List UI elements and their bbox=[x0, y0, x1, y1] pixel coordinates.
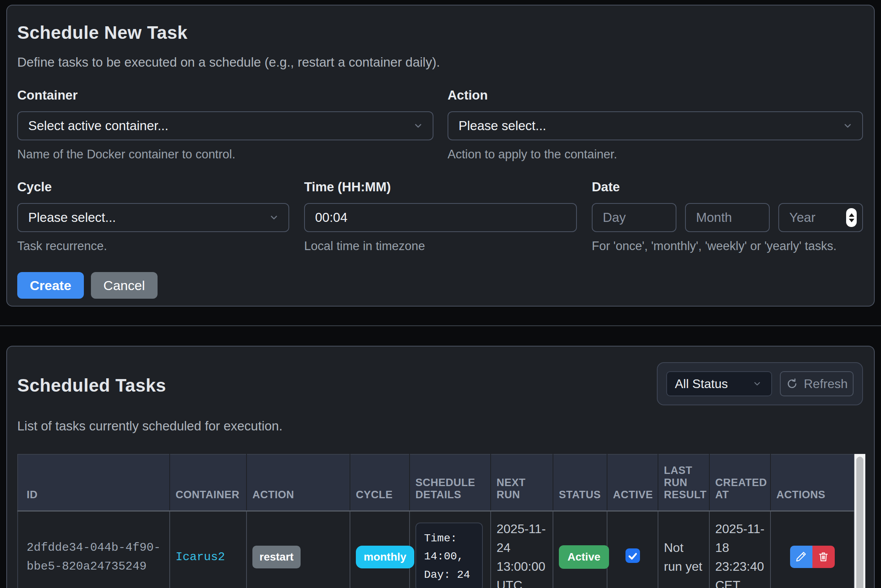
cycle-badge: monthly bbox=[356, 546, 414, 568]
form-description: Define tasks to be executed on a schedul… bbox=[17, 55, 863, 70]
action-label: Action bbox=[448, 88, 863, 103]
cycle-select[interactable]: Please select... bbox=[17, 203, 289, 232]
create-button[interactable]: Create bbox=[17, 272, 84, 299]
date-label: Date bbox=[592, 180, 863, 194]
number-stepper[interactable] bbox=[846, 208, 857, 227]
action-select-value: Please select... bbox=[459, 118, 546, 133]
cycle-label: Cycle bbox=[17, 180, 289, 194]
chevron-down-icon bbox=[752, 379, 762, 388]
task-active-cell bbox=[607, 511, 658, 588]
section-divider bbox=[0, 325, 881, 326]
task-action-cell: restart bbox=[247, 511, 350, 588]
task-next-run: 2025-11-24 13:00:00 UTC bbox=[491, 511, 553, 588]
col-header-action: ACTION bbox=[247, 454, 350, 511]
table-row: 2dfdde34-044b-4f90-bbe5-820a24735249 Ica… bbox=[18, 511, 854, 588]
edit-task-button[interactable] bbox=[790, 546, 812, 568]
col-header-id: ID bbox=[18, 454, 170, 511]
cancel-button[interactable]: Cancel bbox=[91, 272, 158, 299]
day-placeholder: Day bbox=[603, 210, 626, 225]
stepper-up-icon bbox=[849, 213, 854, 217]
active-checkbox[interactable] bbox=[625, 548, 640, 563]
day-input[interactable]: Day bbox=[592, 203, 676, 232]
action-badge: restart bbox=[252, 546, 301, 568]
container-label: Container bbox=[17, 88, 433, 103]
container-help: Name of the Docker container to control. bbox=[17, 147, 433, 162]
year-input[interactable]: Year bbox=[778, 203, 863, 232]
refresh-label: Refresh bbox=[804, 377, 848, 391]
date-help: For 'once', 'monthly', 'weekly' or 'year… bbox=[592, 239, 863, 253]
schedule-new-task-card: Schedule New Task Define tasks to be exe… bbox=[6, 5, 875, 307]
action-select[interactable]: Please select... bbox=[448, 111, 863, 140]
container-link[interactable]: Icarus2 bbox=[176, 550, 225, 564]
time-input[interactable]: 00:04 bbox=[304, 203, 577, 232]
time-field-group: Time (HH:MM) 00:04 Local time in timezon… bbox=[304, 180, 577, 253]
status-badge: Active bbox=[559, 545, 609, 569]
refresh-icon bbox=[786, 377, 798, 390]
chevron-down-icon bbox=[269, 212, 279, 223]
action-help: Action to apply to the container. bbox=[448, 147, 863, 162]
table-scrollbar[interactable] bbox=[854, 454, 865, 588]
task-cycle-cell: monthly bbox=[350, 511, 410, 588]
cycle-field-group: Cycle Please select... Task recurrence. bbox=[17, 180, 289, 253]
container-field-group: Container Select active container... Nam… bbox=[17, 88, 433, 162]
col-header-active: ACTIVE bbox=[607, 454, 658, 511]
tasks-table: ID CONTAINER ACTION CYCLE SCHEDULE DETAI… bbox=[17, 454, 854, 588]
task-container-cell: Icarus2 bbox=[170, 511, 247, 588]
task-status-cell: Active bbox=[553, 511, 607, 588]
scrollbar-thumb[interactable] bbox=[856, 457, 863, 588]
time-help: Local time in timezone bbox=[304, 239, 577, 253]
time-label: Time (HH:MM) bbox=[304, 180, 577, 194]
stepper-down-icon bbox=[849, 219, 854, 222]
task-last-run-result: Not run yet bbox=[658, 511, 709, 588]
task-actions-cell bbox=[770, 511, 854, 588]
delete-task-button[interactable] bbox=[812, 546, 835, 568]
task-created-at: 2025-11-18 23:23:40 CET bbox=[709, 511, 770, 588]
container-select-value: Select active container... bbox=[28, 118, 169, 133]
status-filter-value: All Status bbox=[675, 377, 728, 391]
chevron-down-icon bbox=[413, 121, 423, 131]
month-placeholder: Month bbox=[696, 210, 732, 225]
month-input[interactable]: Month bbox=[685, 203, 770, 232]
date-field-group: Date Day Month Year For 'once', 'monthly… bbox=[592, 180, 863, 253]
task-schedule-details-cell: Time: 14:00, Day: 24 bbox=[410, 511, 491, 588]
table-header-row: ID CONTAINER ACTION CYCLE SCHEDULE DETAI… bbox=[18, 454, 854, 511]
schedule-details-box: Time: 14:00, Day: 24 bbox=[415, 523, 483, 588]
chevron-down-icon bbox=[843, 121, 853, 131]
page-title: Schedule New Task bbox=[17, 22, 863, 43]
col-header-last-run-result: LAST RUN RESULT bbox=[658, 454, 709, 511]
cycle-select-value: Please select... bbox=[28, 210, 116, 225]
refresh-button[interactable]: Refresh bbox=[780, 371, 854, 396]
scheduled-tasks-card: All Status Refresh Scheduled Tasks List … bbox=[6, 346, 875, 588]
col-header-status: STATUS bbox=[553, 454, 607, 511]
col-header-container: CONTAINER bbox=[170, 454, 247, 511]
tasks-table-wrapper: ID CONTAINER ACTION CYCLE SCHEDULE DETAI… bbox=[17, 454, 863, 588]
cycle-help: Task recurrence. bbox=[17, 239, 289, 253]
table-toolbar: All Status Refresh bbox=[657, 362, 863, 405]
col-header-actions: ACTIONS bbox=[770, 454, 854, 511]
status-filter-select[interactable]: All Status bbox=[666, 371, 772, 396]
col-header-next-run: NEXT RUN bbox=[491, 454, 553, 511]
task-id: 2dfdde34-044b-4f90-bbe5-820a24735249 bbox=[18, 511, 170, 588]
col-header-schedule-details: SCHEDULE DETAILS bbox=[410, 454, 491, 511]
col-header-cycle: CYCLE bbox=[350, 454, 410, 511]
container-select[interactable]: Select active container... bbox=[17, 111, 433, 140]
year-placeholder: Year bbox=[789, 210, 816, 225]
action-field-group: Action Please select... Action to apply … bbox=[448, 88, 863, 162]
time-input-value: 00:04 bbox=[315, 210, 348, 225]
col-header-created-at: CREATED AT bbox=[709, 454, 770, 511]
tasks-description: List of tasks currently scheduled for ex… bbox=[17, 419, 863, 434]
